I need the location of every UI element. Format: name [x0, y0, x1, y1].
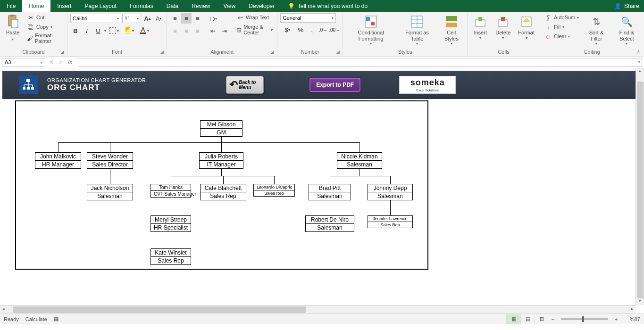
- format-cells-button[interactable]: Format▾: [516, 13, 537, 41]
- org-node[interactable]: Cate BlanchettSales Rep: [200, 184, 246, 200]
- vertical-scrollbar[interactable]: ▴ ▾: [636, 68, 644, 305]
- menu-home[interactable]: Home: [22, 0, 50, 12]
- org-node[interactable]: Meryl StreepHR Specialist: [151, 215, 191, 232]
- scroll-thumb-v[interactable]: [637, 82, 644, 298]
- insert-cells-button[interactable]: Insert▾: [470, 13, 490, 41]
- shrink-font-button[interactable]: A▾: [153, 13, 164, 24]
- zoom-level[interactable]: %87: [620, 316, 640, 322]
- cell-styles-button[interactable]: Cell Styles▾: [438, 13, 464, 47]
- font-size-combo[interactable]: 11▾: [122, 14, 141, 23]
- org-node[interactable]: Julia RobertsIT Manager: [199, 152, 243, 169]
- alignment-launcher[interactable]: ◢: [268, 50, 274, 55]
- copy-button[interactable]: ⿻Copy ▾: [25, 23, 64, 31]
- org-chart-canvas[interactable]: Mel GibsonGMJohn MalkovicHR ManagerSteve…: [15, 100, 428, 270]
- accounting-button[interactable]: $▾: [280, 25, 294, 35]
- org-node[interactable]: John MalkovicHR Manager: [35, 152, 81, 169]
- menu-file[interactable]: File: [0, 0, 22, 12]
- name-box[interactable]: A3▾: [2, 58, 45, 67]
- autosum-button[interactable]: ∑AutoSum ▾: [543, 13, 580, 22]
- node-role: Salesman: [368, 192, 412, 200]
- delete-cells-button[interactable]: Delete▾: [493, 13, 513, 41]
- align-middle-button[interactable]: ≡: [181, 13, 192, 24]
- page-icon: ▤: [526, 316, 530, 322]
- scroll-thumb-h[interactable]: [13, 306, 306, 313]
- orientation-button[interactable]: ⭯▾: [208, 13, 218, 24]
- comma-button[interactable]: ,: [307, 25, 317, 35]
- font-launcher[interactable]: ◢: [158, 50, 164, 55]
- bold-button[interactable]: B: [70, 25, 81, 36]
- org-node[interactable]: Nicole KidmanSalesman: [337, 152, 382, 169]
- increase-indent-button[interactable]: ⇥: [219, 25, 229, 36]
- align-bottom-button[interactable]: ≡: [192, 13, 203, 24]
- format-as-table-button[interactable]: Format as Table▾: [399, 13, 435, 47]
- normal-view-button[interactable]: ▦: [506, 314, 520, 324]
- decrease-decimal-button[interactable]: .00→: [329, 25, 340, 35]
- paste-button[interactable]: Paste▾: [3, 13, 23, 42]
- org-node[interactable]: Steve WonderSales Director: [87, 152, 133, 169]
- clear-button[interactable]: ◇Clear ▾: [543, 32, 580, 41]
- sort-filter-button[interactable]: ⇅Sort & Filter▾: [583, 13, 609, 47]
- align-center-button[interactable]: ≡: [181, 25, 192, 36]
- zoom-out-button[interactable]: −: [549, 316, 557, 322]
- scroll-down-icon[interactable]: ▾: [637, 298, 644, 305]
- menu-developer[interactable]: Developer: [242, 0, 281, 12]
- node-name: Tom Hanks: [151, 184, 191, 191]
- format-painter-button[interactable]: 🖌Format Painter: [25, 32, 64, 44]
- org-node[interactable]: Johnny DeppSalesman: [368, 184, 413, 200]
- align-right-button[interactable]: ≡: [192, 25, 203, 36]
- org-node[interactable]: Tom HanksCVT Sales Manager: [151, 184, 191, 198]
- find-select-button[interactable]: 🔍Find & Select▾: [612, 13, 641, 47]
- cut-button[interactable]: ✂Cut: [25, 13, 64, 22]
- back-to-menu-button[interactable]: ↶ Back to Menu: [226, 76, 264, 94]
- menu-data[interactable]: Data: [160, 0, 185, 12]
- scroll-left-icon[interactable]: ◂: [0, 306, 7, 313]
- align-top-button[interactable]: ≡: [170, 13, 180, 24]
- org-node[interactable]: Leonardo DiCaprioSales Rep: [253, 184, 295, 197]
- font-color-button[interactable]: A▾: [137, 25, 151, 36]
- macro-record-icon[interactable]: ▦: [54, 316, 59, 322]
- org-node[interactable]: Kate WinsletSales Rep: [151, 248, 191, 265]
- increase-decimal-button[interactable]: .0→: [318, 25, 328, 35]
- menu-review[interactable]: Review: [185, 0, 217, 12]
- org-node[interactable]: Robert De NiroSalesman: [305, 215, 354, 232]
- page-break-view-button[interactable]: ⊞: [535, 314, 549, 324]
- enter-formula-icon[interactable]: ✓: [59, 59, 63, 66]
- formula-input[interactable]: ▾: [78, 58, 642, 67]
- menu-page-layout[interactable]: Page Layout: [78, 0, 123, 12]
- org-node[interactable]: Jennifer LawrenceSales Rep: [368, 215, 413, 228]
- org-node[interactable]: Jack NicholsonSalesman: [87, 184, 133, 200]
- grow-font-button[interactable]: A▴: [142, 13, 152, 24]
- export-pdf-button[interactable]: Export to PDF: [309, 77, 361, 93]
- cancel-formula-icon[interactable]: ✕: [49, 59, 54, 66]
- menu-insert[interactable]: Insert: [50, 0, 78, 12]
- conditional-formatting-button[interactable]: Conditional Formatting▾: [346, 13, 396, 47]
- underline-button[interactable]: U: [93, 25, 103, 36]
- scroll-right-icon[interactable]: ▸: [629, 306, 636, 313]
- page-layout-view-button[interactable]: ▤: [520, 314, 535, 324]
- borders-button[interactable]: ▾: [107, 25, 121, 36]
- italic-button[interactable]: I: [82, 25, 92, 36]
- fill-button[interactable]: ↓Fill ▾: [543, 23, 580, 31]
- org-node[interactable]: Mel GibsonGM: [200, 120, 243, 137]
- font-name-combo[interactable]: Calibri▾: [70, 14, 121, 23]
- decrease-indent-button[interactable]: ⇤: [208, 25, 218, 36]
- wrap-text-button[interactable]: ↩Wrap Text: [235, 13, 274, 22]
- zoom-in-button[interactable]: +: [612, 316, 620, 322]
- collapse-ribbon-button[interactable]: ㅅ: [636, 48, 641, 55]
- zoom-slider[interactable]: [561, 318, 608, 320]
- horizontal-scrollbar[interactable]: ◂ ▸: [0, 305, 636, 314]
- org-node[interactable]: Brad PittSalesman: [309, 184, 351, 200]
- share-button[interactable]: 👤Share: [610, 0, 644, 12]
- clipboard-launcher[interactable]: ◢: [59, 50, 64, 55]
- align-left-button[interactable]: ≡: [170, 25, 180, 36]
- number-launcher[interactable]: ◢: [334, 50, 340, 55]
- tell-me-search[interactable]: 💡Tell me what you want to do: [288, 0, 368, 12]
- menu-view[interactable]: View: [217, 0, 243, 12]
- percent-button[interactable]: %: [295, 25, 306, 35]
- number-format-combo[interactable]: General▾: [280, 13, 336, 23]
- merge-center-button[interactable]: ⊟Merge & Center ▾: [235, 24, 274, 36]
- menu-formulas[interactable]: Formulas: [123, 0, 160, 12]
- scroll-up-icon[interactable]: ▴: [637, 68, 644, 75]
- fill-color-button[interactable]: ▾: [122, 25, 136, 36]
- fx-icon[interactable]: fx: [68, 59, 72, 66]
